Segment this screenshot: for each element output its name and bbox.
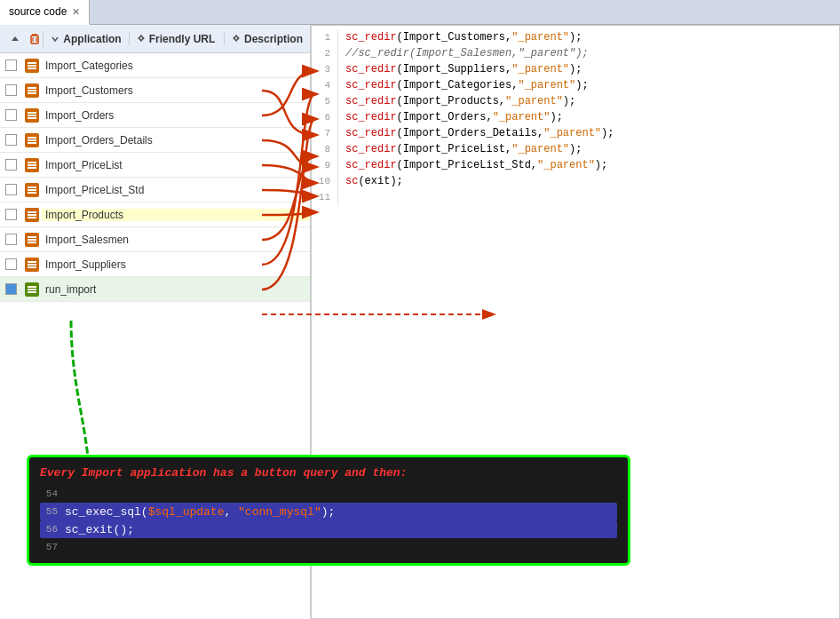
code-line: 5 sc_redir(Import_Products,"_parent"); <box>312 93 839 109</box>
app-icon <box>22 158 42 172</box>
line-number: 1 <box>312 29 338 45</box>
code-content: sc_redir(Import_Products,"_parent"); <box>345 93 839 109</box>
row-name: Import_Salesmen <box>42 234 310 246</box>
row-name: Import_Suppliers <box>42 258 310 271</box>
col-app-label: Application <box>63 33 121 45</box>
table-row[interactable]: Import_PriceList_Std <box>0 178 310 202</box>
col-url-label: Friendly URL <box>149 33 216 45</box>
line-number: 8 <box>312 141 338 157</box>
table-row[interactable]: Import_PriceList <box>0 153 310 178</box>
app-icon <box>22 83 42 98</box>
table-row[interactable]: Import_Orders <box>0 103 310 128</box>
line-number: 4 <box>312 77 338 93</box>
line-number: 5 <box>312 93 338 109</box>
table-row[interactable]: Import_Suppliers <box>0 252 310 277</box>
arrow-up-icon[interactable] <box>7 31 23 47</box>
code-line: 2 //sc_redir(Import_Salesmen,"_parent"); <box>312 45 839 61</box>
line-number: 6 <box>312 109 338 125</box>
code-content: sc(exit); <box>345 173 839 189</box>
tab-source-code[interactable]: source code ✕ <box>0 0 90 25</box>
table-row-run-import[interactable]: run_import <box>0 277 310 302</box>
line-number: 3 <box>312 61 338 77</box>
row-name: Import_Orders <box>42 109 310 122</box>
code-content: sc_redir(Import_Categories,"_parent"); <box>345 77 839 93</box>
line-number: 2 <box>312 45 338 61</box>
popup-code-line: 57 <box>40 538 617 556</box>
code-content: sc_redir(Import_PriceList,"_parent"); <box>345 141 839 157</box>
table-row[interactable]: Import_Orders_Details <box>0 128 310 153</box>
table-row[interactable]: Import_Categories <box>0 53 310 78</box>
row-checkbox[interactable] <box>0 209 22 220</box>
popup-code-line: 56 sc_exit(); <box>40 520 617 538</box>
code-line: 1 sc_redir(Import_Customers,"_parent"); <box>312 29 839 45</box>
row-checkbox[interactable] <box>0 234 22 245</box>
app-icon <box>22 258 42 272</box>
code-content: sc_redir(Import_Orders,"_parent"); <box>345 109 839 125</box>
col-desc-label: Description <box>244 33 303 45</box>
row-name: Import_Orders_Details <box>42 134 310 147</box>
row-checkbox[interactable] <box>0 84 22 96</box>
row-name: Import_PriceList <box>42 159 310 171</box>
line-number: 57 <box>40 542 65 552</box>
line-number: 54 <box>40 488 65 499</box>
app-icon <box>22 133 42 147</box>
line-number: 56 <box>40 524 65 535</box>
line-number: 9 <box>312 157 338 173</box>
code-content: sc_redir(Import_Orders_Details,"_parent"… <box>345 125 839 141</box>
code-content: sc_redir(Import_Suppliers,"_parent"); <box>345 61 839 77</box>
code-line: 3 sc_redir(Import_Suppliers,"_parent"); <box>312 61 839 77</box>
code-line: 7 sc_redir(Import_Orders_Details,"_paren… <box>312 125 839 141</box>
code-line: 8 sc_redir(Import_PriceList,"_parent"); <box>312 141 839 157</box>
svg-rect-0 <box>31 36 38 44</box>
code-line: 10 sc(exit); <box>312 173 839 189</box>
line-number: 11 <box>312 189 338 205</box>
table-row[interactable]: Import_Salesmen <box>0 227 310 252</box>
col-header-url[interactable]: Friendly URL <box>130 33 225 45</box>
popup-code-line: 55 sc_exec_sql($sql_update, "conn_mysql"… <box>40 503 617 520</box>
row-name: Import_Products <box>42 209 310 221</box>
tab-bar: source code ✕ <box>0 0 840 25</box>
line-number: 7 <box>312 125 338 141</box>
code-content: //sc_redir(Import_Salesmen,"_parent"); <box>345 45 839 61</box>
col-header-application[interactable]: Application <box>44 33 129 45</box>
tab-label: source code <box>9 5 67 18</box>
row-checkbox[interactable] <box>0 184 22 195</box>
code-line: 9 sc_redir(Import_PriceList_Std,"_parent… <box>312 157 839 173</box>
table-header: Application Friendly URL Description <box>0 25 310 53</box>
row-name: run_import <box>42 283 310 296</box>
main-area: Application Friendly URL Description Imp… <box>0 25 840 619</box>
row-checkbox[interactable] <box>0 60 22 71</box>
header-icons <box>0 31 44 47</box>
code-content: sc_redir(Import_Customers,"_parent"); <box>345 29 839 45</box>
app-icon <box>22 108 42 123</box>
line-number: 10 <box>312 173 338 189</box>
code-content: sc_exec_sql($sql_update, "conn_mysql"); <box>65 505 335 519</box>
delete-icon[interactable] <box>27 31 43 47</box>
app-icon <box>22 208 42 222</box>
table-row[interactable]: Import_Products <box>0 202 310 227</box>
popup-comment: Every Import application has a button qu… <box>40 464 617 482</box>
row-checkbox[interactable] <box>0 258 22 270</box>
row-name: Import_Categories <box>42 60 310 72</box>
code-line: 6 sc_redir(Import_Orders,"_parent"); <box>312 109 839 125</box>
row-checkbox[interactable] <box>0 283 22 295</box>
code-line: 11 <box>312 189 839 205</box>
app-icon <box>22 282 42 297</box>
row-checkbox[interactable] <box>0 159 22 171</box>
app-icon <box>22 183 42 197</box>
row-checkbox[interactable] <box>0 109 22 121</box>
line-number: 55 <box>40 506 65 517</box>
row-name: Import_PriceList_Std <box>42 184 310 196</box>
table-row[interactable]: Import_Customers <box>0 78 310 103</box>
app-icon <box>22 59 42 73</box>
row-checkbox[interactable] <box>0 134 22 146</box>
code-line: 4 sc_redir(Import_Categories,"_parent"); <box>312 77 839 93</box>
popup-code-line: 54 <box>40 485 617 503</box>
bottom-popup: Every Import application has a button qu… <box>27 455 630 567</box>
row-name: Import_Customers <box>42 84 310 97</box>
code-content: sc_exit(); <box>65 523 134 536</box>
code-content: sc_redir(Import_PriceList_Std,"_parent")… <box>345 157 839 173</box>
app-icon <box>22 233 42 247</box>
tab-close-button[interactable]: ✕ <box>72 6 80 18</box>
col-header-desc[interactable]: Description <box>225 33 310 45</box>
